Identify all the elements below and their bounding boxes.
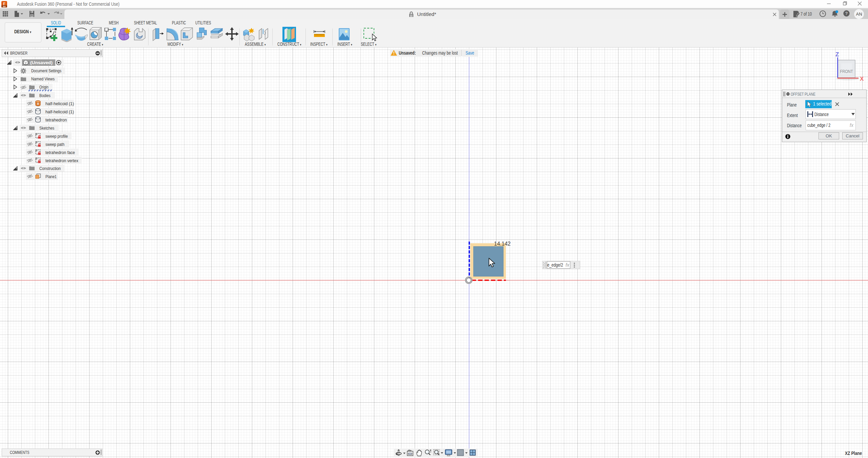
svg-text:Origin: Origin — [39, 84, 48, 90]
svg-text:Construction: Construction — [39, 166, 61, 171]
svg-text:Plane1: Plane1 — [45, 174, 57, 179]
svg-text:FRONT: FRONT — [840, 69, 853, 74]
svg-text:Bodies: Bodies — [39, 93, 51, 98]
svg-text:tetrahedron face: tetrahedron face — [45, 150, 75, 155]
svg-text:F: F — [3, 2, 5, 6]
svg-text:tetrahedron: tetrahedron — [45, 117, 67, 122]
svg-text:tetrahedron vertex: tetrahedron vertex — [45, 158, 78, 163]
svg-text:Sketches: Sketches — [39, 126, 54, 131]
svg-text:Z: Z — [835, 51, 839, 58]
svg-text:half-helicoid (1): half-helicoid (1) — [45, 101, 74, 106]
svg-text:Document Settings: Document Settings — [31, 68, 61, 73]
svg-text:X: X — [860, 76, 864, 82]
svg-text:360: 360 — [3, 5, 6, 7]
svg-text:(Unsaved): (Unsaved) — [30, 60, 53, 65]
svg-text:sweep path: sweep path — [45, 142, 64, 147]
svg-text:sweep profile: sweep profile — [45, 134, 68, 139]
svg-text:Named Views: Named Views — [31, 76, 55, 81]
svg-text:half-helicoid (1): half-helicoid (1) — [45, 109, 74, 114]
svg-text:?: ? — [845, 11, 848, 16]
